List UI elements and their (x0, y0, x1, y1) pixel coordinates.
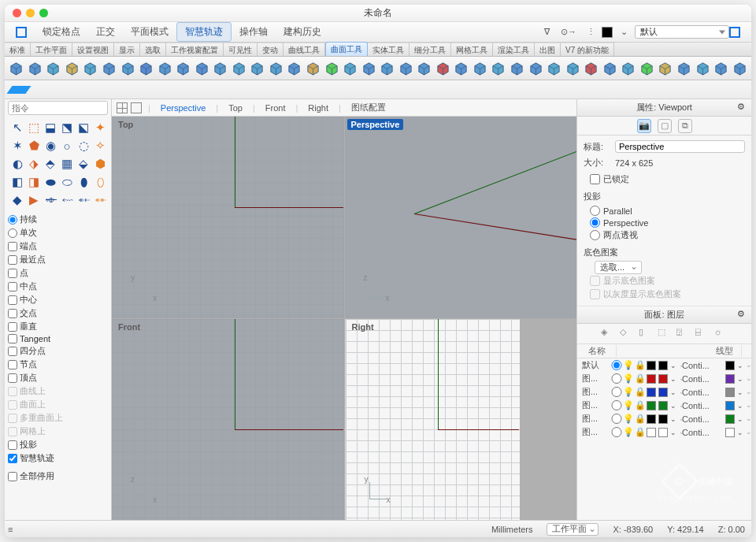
palette-tool-8[interactable]: ◉ (43, 138, 58, 154)
layer-row[interactable]: 图...💡🔒⌄Conti...⌄ (577, 399, 751, 412)
palette-tool-15[interactable]: ▦ (59, 156, 75, 172)
gear-icon[interactable]: ⚙ (737, 102, 748, 113)
tab-10[interactable]: 实体工具 (368, 43, 410, 56)
palette-tool-13[interactable]: ⬗ (26, 156, 42, 172)
osnap-2[interactable] (8, 269, 17, 278)
palette-tool-25[interactable]: ▶ (26, 192, 42, 208)
camera-tab-icon[interactable]: 📷 (637, 119, 651, 133)
layer-row[interactable]: 图...💡🔒⌄Conti...⌄ (577, 425, 751, 439)
palette-tool-24[interactable]: ◆ (9, 192, 25, 208)
palette-tool-10[interactable]: ◌ (76, 138, 91, 154)
palette-tool-17[interactable]: ⬢ (92, 156, 108, 172)
tab-1[interactable]: 工作平面 (31, 43, 72, 56)
menu-grid-snap[interactable]: 锁定格点 (35, 22, 88, 42)
viewport-perspective[interactable]: Perspective xz (345, 117, 577, 318)
palette-tool-3[interactable]: ⬔ (59, 120, 75, 136)
command-input[interactable] (8, 101, 108, 115)
single-view-icon[interactable] (131, 102, 142, 113)
layer-row[interactable]: 图...💡🔒⌄Conti...⌄ (577, 372, 751, 385)
vp-tab-front[interactable]: Front (261, 103, 290, 113)
tool-15[interactable] (286, 60, 303, 77)
tab-11[interactable]: 细分工具 (410, 43, 451, 56)
palette-tool-5[interactable]: ✦ (92, 120, 108, 136)
tool-26[interactable] (490, 60, 507, 77)
osnap-16[interactable] (8, 454, 17, 463)
vp-tab-perspective[interactable]: Perspective (157, 103, 209, 113)
menu-planar[interactable]: 平面模式 (123, 22, 176, 42)
tab-4[interactable]: 选取 (140, 43, 166, 56)
vp-tab-layout[interactable]: 图纸配置 (347, 102, 390, 113)
tool-4[interactable] (82, 60, 99, 77)
tab-0[interactable]: 标准 (5, 43, 31, 56)
palette-tool-19[interactable]: ◨ (26, 174, 42, 190)
tool-16[interactable] (305, 60, 322, 77)
tool-3[interactable] (64, 60, 81, 77)
proj-twopoint[interactable] (590, 230, 600, 240)
osnap-15[interactable] (8, 440, 17, 450)
palette-tool-7[interactable]: ⬟ (26, 138, 42, 154)
osnap-8[interactable] (8, 347, 17, 356)
wallpaper-select[interactable]: 选取... (595, 261, 642, 274)
tool-14[interactable] (268, 60, 285, 77)
tool-35[interactable] (657, 60, 674, 77)
tool-11[interactable] (212, 60, 229, 77)
tab-6[interactable]: 可见性 (224, 43, 258, 56)
palette-tool-1[interactable]: ⬚ (26, 120, 42, 136)
palette-tool-9[interactable]: ○ (59, 138, 75, 154)
tab-3[interactable]: 显示 (114, 43, 140, 56)
vp-tab-top[interactable]: Top (224, 103, 246, 113)
osnap-10[interactable] (8, 373, 17, 383)
menu-ortho[interactable]: 正交 (88, 22, 123, 42)
osnap-6[interactable] (8, 322, 17, 332)
tool-38[interactable] (713, 60, 730, 77)
palette-tool-22[interactable]: ⬮ (76, 174, 91, 190)
tool-9[interactable] (175, 60, 192, 77)
tool-25[interactable] (472, 60, 489, 77)
palette-tool-14[interactable]: ⬘ (43, 156, 58, 172)
tool-1[interactable] (27, 60, 44, 77)
tool-8[interactable] (156, 60, 173, 77)
tool-34[interactable] (639, 60, 656, 77)
tool-24[interactable] (453, 60, 470, 77)
layer-row[interactable]: 图...💡🔒⌄Conti...⌄ (577, 385, 751, 399)
tool-28[interactable] (527, 60, 544, 77)
osnap-5[interactable] (8, 309, 17, 318)
help-icon[interactable]: ⍰ (676, 327, 691, 341)
palette-tool-12[interactable]: ◐ (9, 156, 25, 172)
palette-tool-21[interactable]: ⬭ (59, 174, 75, 190)
tool-21[interactable] (397, 60, 414, 77)
palette-tool-2[interactable]: ⬓ (43, 120, 58, 136)
tool-29[interactable] (546, 60, 563, 77)
osnap-0[interactable] (8, 242, 17, 251)
layer-dropdown[interactable]: 默认 (635, 25, 729, 39)
tool-17[interactable] (323, 60, 340, 77)
tool-6[interactable] (119, 60, 136, 77)
sun-icon[interactable]: ☼ (714, 327, 728, 341)
palette-tool-4[interactable]: ⬕ (76, 120, 91, 136)
tab-5[interactable]: 工作视窗配置 (166, 43, 224, 56)
palette-tool-18[interactable]: ◧ (9, 174, 25, 190)
tab-8[interactable]: 曲线工具 (284, 43, 325, 56)
osnap-mode-1[interactable] (8, 228, 17, 238)
viewport-right[interactable]: Right xy (345, 319, 520, 521)
tool-2[interactable] (45, 60, 62, 77)
osnap-9[interactable] (8, 360, 17, 369)
tool-31[interactable] (583, 60, 600, 77)
locked-checkbox[interactable] (590, 174, 600, 184)
tool-37[interactable] (694, 60, 711, 77)
palette-tool-11[interactable]: ✧ (92, 138, 108, 154)
tool-18[interactable] (342, 60, 359, 77)
menu-smarttrack[interactable]: 智慧轨迹 (176, 22, 232, 42)
tool-36[interactable] (676, 60, 693, 77)
tool-22[interactable] (416, 60, 433, 77)
tool-19[interactable] (360, 60, 377, 77)
cplane-dropdown[interactable]: 工作平面 (547, 523, 598, 536)
osnap-1[interactable] (8, 255, 17, 265)
palette-tool-26[interactable]: ⬲ (43, 192, 58, 208)
palette-tool-28[interactable]: ⬴ (76, 192, 91, 208)
tab-14[interactable]: 出图 (535, 43, 561, 56)
tool-0[interactable] (8, 60, 25, 77)
four-view-icon[interactable] (117, 102, 128, 113)
tool-10[interactable] (193, 60, 210, 77)
viewport-front[interactable]: Front xz (112, 319, 344, 521)
